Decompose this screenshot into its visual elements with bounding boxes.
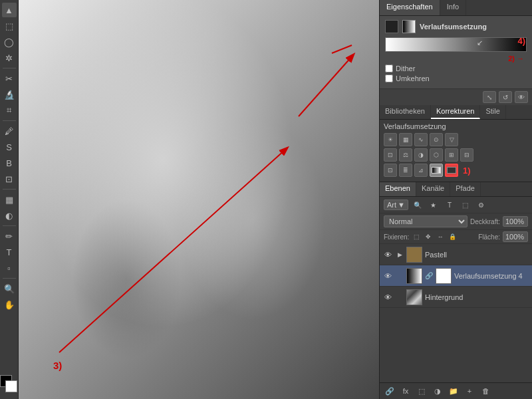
korr-photo-filter[interactable]: ⬡ <box>430 148 443 162</box>
svg-line-1 <box>59 150 285 352</box>
korr-bw[interactable]: ◑ <box>414 148 428 162</box>
panel-btn-3[interactable]: 👁 <box>515 91 528 103</box>
korr-selective-color[interactable] <box>445 164 458 177</box>
ebenen-search[interactable]: 🔍 <box>411 199 424 211</box>
tool-history-brush[interactable]: B <box>2 156 17 170</box>
canvas-area: 3) <box>19 0 379 399</box>
deckkraft-label: Deckkraft: <box>470 218 500 225</box>
korrekturen-title: Verlaufsumsetzung <box>384 122 528 130</box>
tab-pfade[interactable]: Pfade <box>450 182 481 196</box>
korr-color-lookup[interactable]: ⊟ <box>460 148 473 162</box>
tab-eigenschaften[interactable]: Eigenschaften <box>380 0 440 15</box>
background-color[interactable] <box>5 380 17 392</box>
tab-bibliotheken[interactable]: Bibliotheken <box>380 105 431 119</box>
layer-expand[interactable]: ▶ <box>396 251 404 259</box>
panel-btn-1[interactable]: ⤡ <box>483 91 496 103</box>
korr-curves[interactable]: ∿ <box>414 133 428 146</box>
tool-brush[interactable]: 🖉 <box>2 124 17 138</box>
layer-visibility-hintergrund[interactable]: 👁 <box>382 292 393 303</box>
layer-name-hintergrund: Hintergrund <box>425 293 529 301</box>
tool-crop[interactable]: ✂ <box>2 71 17 86</box>
annotation-label-1: 1) <box>463 166 471 176</box>
ebenen-filter-2[interactable]: T <box>443 199 456 211</box>
layer-item[interactable]: 👁 Hintergrund <box>380 287 532 308</box>
art-dropdown[interactable]: Art ▼ <box>384 200 408 210</box>
tab-info[interactable]: Info <box>440 0 466 15</box>
panel-icon-row: ⤡ ↺ 👁 <box>380 88 532 105</box>
arrow-indicator-2: 2) → <box>385 55 527 63</box>
dither-checkbox[interactable] <box>385 65 393 72</box>
korr-brightness[interactable]: ☀ <box>384 133 397 146</box>
umkehren-checkbox[interactable] <box>385 74 393 82</box>
korr-icons-row-1: ☀ ▦ ∿ ⊙ ▽ <box>384 133 528 146</box>
layer-visibility-verlauf[interactable]: 👁 <box>382 271 393 281</box>
fix-icon-2[interactable]: ✥ <box>424 232 433 241</box>
korr-invert[interactable]: ⊡ <box>384 164 397 177</box>
korr-exposure[interactable]: ⊙ <box>430 133 443 146</box>
fix-icon-3[interactable]: ↔ <box>436 232 445 241</box>
prop-icon-box <box>385 20 398 33</box>
tool-move[interactable]: ▲ <box>2 3 17 17</box>
ebenen-tabs: Ebenen Kanäle Pfade <box>380 182 532 197</box>
tool-healing[interactable]: ⌗ <box>2 103 17 118</box>
korr-color-balance[interactable]: ⚖ <box>399 148 412 162</box>
flaeche-value[interactable] <box>503 231 528 242</box>
tool-text[interactable]: T <box>2 245 17 259</box>
layer-visibility-pastell[interactable]: 👁 <box>382 249 393 260</box>
deckkraft-value[interactable] <box>503 216 528 227</box>
tab-stile[interactable]: Stile <box>480 105 505 119</box>
korr-gradient-map[interactable] <box>430 164 443 177</box>
layer-delete-btn[interactable]: 🗑 <box>479 385 491 397</box>
layer-add-btn[interactable]: + <box>464 385 475 397</box>
properties-title-row: Verlaufsumsetzung <box>385 20 527 33</box>
fix-icon-4[interactable]: 🔒 <box>448 232 457 241</box>
korr-posterize[interactable]: ≣ <box>399 164 412 177</box>
korr-levels[interactable]: ▦ <box>399 133 412 146</box>
tool-dodge[interactable]: ◐ <box>2 208 17 223</box>
tool-eyedropper[interactable]: 🔬 <box>2 87 17 102</box>
layer-folder-btn[interactable]: 📁 <box>448 385 460 397</box>
blend-mode-select[interactable]: Normal Multiplizieren Abblenden <box>384 215 467 227</box>
tab-kanaele[interactable]: Kanäle <box>416 182 450 196</box>
tool-hand[interactable]: ✋ <box>2 297 17 312</box>
layer-mask-btn[interactable]: ⬚ <box>416 385 428 397</box>
korr-vibrance[interactable]: ▽ <box>445 133 458 146</box>
korr-threshold[interactable]: ⊿ <box>414 164 428 177</box>
left-toolbar: ▲ ⬚ ◯ ✲ ✂ 🔬 ⌗ 🖉 S B ⊡ ▦ ◐ ✏ T ▫ 🔍 ✋ <box>0 0 19 399</box>
korr-hue-sat[interactable]: ⊡ <box>384 148 397 162</box>
panel-btn-2[interactable]: ↺ <box>499 91 512 103</box>
korr-channel-mixer[interactable]: ⊞ <box>445 148 458 162</box>
tab-ebenen[interactable]: Ebenen <box>380 182 416 196</box>
layer-adjustment-btn[interactable]: ◑ <box>432 385 444 397</box>
prop-layer-thumb <box>402 20 416 33</box>
tool-pen[interactable]: ✏ <box>2 229 17 243</box>
tool-clone[interactable]: S <box>2 140 17 154</box>
separator-1 <box>3 68 16 68</box>
tool-shape[interactable]: ▫ <box>2 261 17 275</box>
tool-gradient[interactable]: ▦ <box>2 192 17 207</box>
layer-fx-btn[interactable]: fx <box>400 385 412 397</box>
fix-icon-1[interactable]: ⬚ <box>412 232 421 241</box>
gradient-bar[interactable] <box>385 37 527 52</box>
tool-marquee-ellipse[interactable]: ◯ <box>2 35 17 49</box>
layer-thumb-hintergrund <box>406 289 422 305</box>
ebenen-filter-3[interactable]: ⬚ <box>459 199 472 211</box>
panel-tabs-top: Eigenschaften Info <box>380 0 532 16</box>
prop-title: Verlaufsumsetzung <box>420 23 487 31</box>
tool-zoom[interactable]: 🔍 <box>2 281 17 296</box>
layer-item[interactable]: 👁 🔗 Verlaufsumsetzung 4 <box>380 265 532 287</box>
layer-item[interactable]: 👁 ▶ Pastell <box>380 244 532 265</box>
korr-icons-row-2: ⊡ ⚖ ◑ ⬡ ⊞ ⊟ <box>384 148 528 162</box>
tab-korrekturen[interactable]: Korrekturen <box>431 105 480 119</box>
layer-mask-verlauf <box>436 268 452 284</box>
tool-eraser[interactable]: ⊡ <box>2 172 17 186</box>
ebenen-filter-4[interactable]: ⚙ <box>475 199 488 211</box>
tool-marquee-rect[interactable]: ⬚ <box>2 19 17 33</box>
flaeche-label: Fläche: <box>478 233 500 241</box>
dither-label: Dither <box>396 65 415 72</box>
dither-row: Dither <box>385 65 527 72</box>
layer-link-btn[interactable]: 🔗 <box>384 385 396 397</box>
layer-name-pastell: Pastell <box>425 251 529 259</box>
ebenen-filter-1[interactable]: ★ <box>427 199 440 211</box>
tool-lasso[interactable]: ✲ <box>2 51 17 65</box>
